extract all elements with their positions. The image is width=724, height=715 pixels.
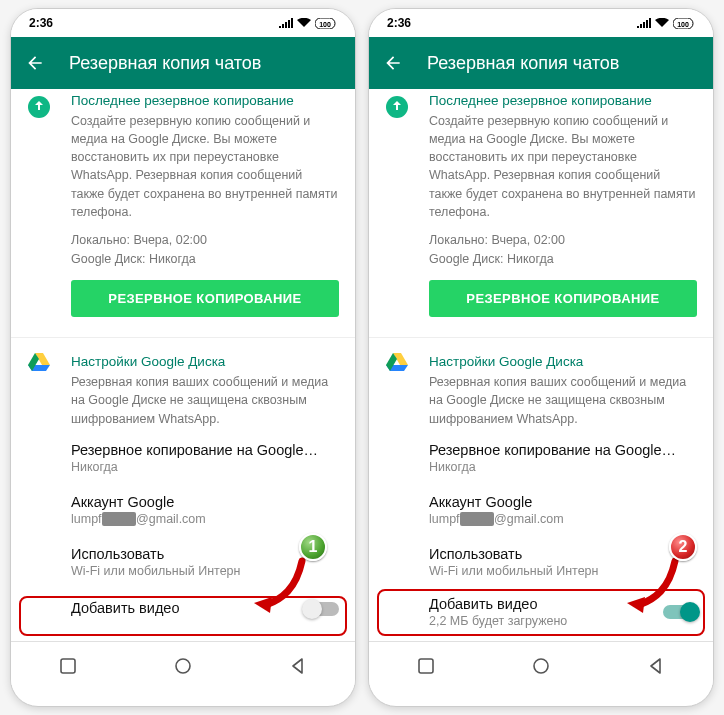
network-item[interactable]: Использовать Wi-Fi или мобильный Интерн <box>369 536 713 588</box>
status-icons: 100 <box>279 18 337 29</box>
divider <box>369 337 713 338</box>
google-account-item[interactable]: Аккаунт Google lumpf………@gmail.com <box>369 484 713 536</box>
local-backup-time: Локально: Вчера, 02:00 <box>71 231 339 250</box>
network-title: Использовать <box>429 546 697 562</box>
app-bar: Резервная копия чатов <box>369 37 713 89</box>
step-badge-2: 2 <box>669 533 697 561</box>
backup-to-sub: Никогда <box>429 460 697 474</box>
app-bar: Резервная копия чатов <box>11 37 355 89</box>
svg-text:100: 100 <box>319 20 331 27</box>
phone-screenshot-right: 2:36 100 Резервная копия чатов Последнее… <box>368 8 714 707</box>
last-backup-title: Последнее резервное копирование <box>71 93 339 108</box>
status-bar: 2:36 100 <box>369 9 713 37</box>
status-icons: 100 <box>637 18 695 29</box>
last-backup-section: Последнее резервное копирование Создайте… <box>369 89 713 331</box>
svg-text:100: 100 <box>677 20 689 27</box>
battery-icon: 100 <box>673 18 695 29</box>
status-time: 2:36 <box>387 16 411 30</box>
network-sub: Wi-Fi или мобильный Интерн <box>429 564 697 578</box>
account-title: Аккаунт Google <box>429 494 697 510</box>
backup-button[interactable]: РЕЗЕРВНОЕ КОПИРОВАНИЕ <box>429 280 697 317</box>
drive-settings-desc: Резервная копия ваших сообщений и медиа … <box>71 373 339 427</box>
content-area: Последнее резервное копирование Создайте… <box>11 89 355 641</box>
nav-recent-icon[interactable] <box>417 657 435 675</box>
drive-settings-section: Настройки Google Диска Резервная копия в… <box>11 344 355 431</box>
phone-screenshot-left: 2:36 100 Резервная копия чатов Последнее… <box>10 8 356 707</box>
drive-settings-title: Настройки Google Диска <box>71 354 339 369</box>
nav-home-icon[interactable] <box>174 657 192 675</box>
backup-to-google-item[interactable]: Резервное копирование на Google… Никогда <box>11 432 355 484</box>
network-sub: Wi-Fi или мобильный Интерн <box>71 564 339 578</box>
backup-to-google-item[interactable]: Резервное копирование на Google… Никогда <box>369 432 713 484</box>
drive-settings-title: Настройки Google Диска <box>429 354 697 369</box>
status-bar: 2:36 100 <box>11 9 355 37</box>
last-backup-section: Последнее резервное копирование Создайте… <box>11 89 355 331</box>
battery-icon: 100 <box>315 18 337 29</box>
add-video-title: Добавить видео <box>429 596 663 612</box>
last-backup-title: Последнее резервное копирование <box>429 93 697 108</box>
cloud-upload-icon <box>27 95 51 119</box>
nav-back-icon[interactable] <box>289 657 307 675</box>
nav-back-icon[interactable] <box>647 657 665 675</box>
last-backup-desc: Создайте резервную копию сообщений и мед… <box>429 112 697 221</box>
signal-icon <box>279 18 293 28</box>
step-badge-1: 1 <box>299 533 327 561</box>
account-email: lumpf………@gmail.com <box>429 512 697 526</box>
backup-to-sub: Никогда <box>71 460 339 474</box>
account-email: lumpf………@gmail.com <box>71 512 339 526</box>
add-video-toggle-row[interactable]: Добавить видео <box>11 588 355 630</box>
system-nav-bar <box>11 641 355 689</box>
drive-settings-section: Настройки Google Диска Резервная копия в… <box>369 344 713 431</box>
svg-point-9 <box>534 659 548 673</box>
backup-to-title: Резервное копирование на Google… <box>71 442 339 458</box>
divider <box>11 337 355 338</box>
back-arrow-icon[interactable] <box>383 53 403 73</box>
content-area: Последнее резервное копирование Создайте… <box>369 89 713 641</box>
status-time: 2:36 <box>29 16 53 30</box>
svg-point-4 <box>176 659 190 673</box>
wifi-icon <box>297 18 311 28</box>
wifi-icon <box>655 18 669 28</box>
svg-rect-3 <box>61 659 75 673</box>
drive-backup-time: Google Диск: Никогда <box>429 250 697 269</box>
add-video-toggle-row[interactable]: Добавить видео 2,2 МБ будет загружено <box>369 588 713 636</box>
cloud-upload-icon <box>385 95 409 119</box>
add-video-switch-off[interactable] <box>305 602 339 616</box>
backup-to-title: Резервное копирование на Google… <box>429 442 697 458</box>
system-nav-bar <box>369 641 713 689</box>
appbar-title: Резервная копия чатов <box>69 53 261 74</box>
local-backup-time: Локально: Вчера, 02:00 <box>429 231 697 250</box>
drive-backup-time: Google Диск: Никогда <box>71 250 339 269</box>
google-drive-icon <box>27 350 51 374</box>
nav-home-icon[interactable] <box>532 657 550 675</box>
add-video-switch-on[interactable] <box>663 605 697 619</box>
google-drive-icon <box>385 350 409 374</box>
add-video-sub: 2,2 МБ будет загружено <box>429 614 663 628</box>
backup-button[interactable]: РЕЗЕРВНОЕ КОПИРОВАНИЕ <box>71 280 339 317</box>
back-arrow-icon[interactable] <box>25 53 45 73</box>
account-title: Аккаунт Google <box>71 494 339 510</box>
nav-recent-icon[interactable] <box>59 657 77 675</box>
last-backup-desc: Создайте резервную копию сообщений и мед… <box>71 112 339 221</box>
signal-icon <box>637 18 651 28</box>
drive-settings-desc: Резервная копия ваших сообщений и медиа … <box>429 373 697 427</box>
add-video-title: Добавить видео <box>71 600 305 616</box>
appbar-title: Резервная копия чатов <box>427 53 619 74</box>
svg-rect-8 <box>419 659 433 673</box>
google-account-item[interactable]: Аккаунт Google lumpf………@gmail.com <box>11 484 355 536</box>
